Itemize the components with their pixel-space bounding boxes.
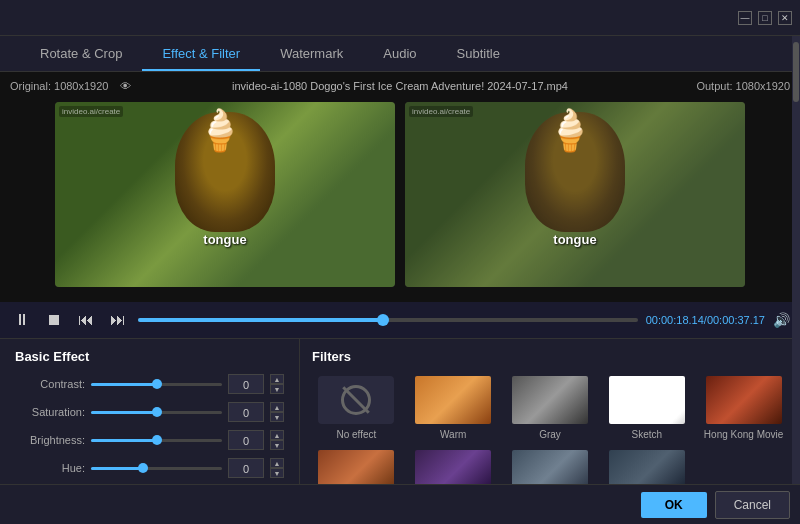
filter-label-warm: Warm	[440, 429, 466, 440]
hk-preview	[706, 376, 782, 424]
basic-effect-title: Basic Effect	[15, 349, 284, 364]
brightness-up[interactable]: ▲	[270, 430, 284, 440]
tab-watermark[interactable]: Watermark	[260, 38, 363, 71]
filters-title: Filters	[312, 349, 788, 364]
stop-button[interactable]: ⏹	[42, 308, 66, 332]
close-button[interactable]: ✕	[778, 11, 792, 25]
tab-subtitle[interactable]: Subtitle	[437, 38, 520, 71]
video-title: invideo-ai-1080 Doggo's First Ice Cream …	[0, 72, 800, 100]
brightness-value[interactable]: 0	[228, 430, 264, 450]
filter-gray[interactable]: Gray	[506, 374, 595, 440]
ok-button[interactable]: OK	[641, 492, 707, 518]
hue-down[interactable]: ▼	[270, 468, 284, 478]
filter-noeffect[interactable]: No effect	[312, 374, 401, 440]
progress-handle[interactable]	[377, 314, 389, 326]
filter-sketch[interactable]: Sketch	[602, 374, 691, 440]
watermark-right: invideo.ai/create	[409, 106, 473, 117]
brightness-slider[interactable]	[91, 439, 222, 442]
hue-spinner: ▲ ▼	[270, 458, 284, 478]
prev-button[interactable]: ⏮	[74, 308, 98, 332]
brightness-row: Brightness: 0 ▲ ▼	[15, 430, 284, 450]
no-effect-circle	[318, 376, 394, 424]
tabs-bar: Rotate & Crop Effect & Filter Watermark …	[0, 36, 800, 72]
contrast-spinner: ▲ ▼	[270, 374, 284, 394]
gray-preview	[512, 376, 588, 424]
tongue-label-left: tongue	[203, 232, 246, 247]
no-effect-symbol	[341, 385, 371, 415]
controls-bar: ⏸ ⏹ ⏮ ⏭ 00:00:18.14/00:00:37.17 🔊	[0, 302, 800, 338]
warm-preview	[415, 376, 491, 424]
watermark-left: invideo.ai/create	[59, 106, 123, 117]
saturation-up[interactable]: ▲	[270, 402, 284, 412]
maximize-button[interactable]: □	[758, 11, 772, 25]
minimize-button[interactable]: —	[738, 11, 752, 25]
hue-value[interactable]: 0	[228, 458, 264, 478]
next-button[interactable]: ⏭	[106, 308, 130, 332]
hue-slider[interactable]	[91, 467, 222, 470]
title-bar: — □ ✕	[0, 0, 800, 36]
title-bar-controls: — □ ✕	[738, 11, 792, 25]
contrast-down[interactable]: ▼	[270, 384, 284, 394]
filter-label-hk: Hong Kong Movie	[704, 429, 784, 440]
brightness-spinner: ▲ ▼	[270, 430, 284, 450]
progress-bar[interactable]	[138, 318, 638, 322]
tongue-label-right: tongue	[553, 232, 596, 247]
original-video-panel: invideo.ai/create tongue	[55, 102, 395, 287]
contrast-value[interactable]: 0	[228, 374, 264, 394]
sketch-preview	[609, 376, 685, 424]
tab-rotate-crop[interactable]: Rotate & Crop	[20, 38, 142, 71]
contrast-up[interactable]: ▲	[270, 374, 284, 384]
filter-label-sketch: Sketch	[632, 429, 663, 440]
original-dog-frame: invideo.ai/create tongue	[55, 102, 395, 287]
hue-row: Hue: 0 ▲ ▼	[15, 458, 284, 478]
preview-dog-frame: invideo.ai/create tongue	[405, 102, 745, 287]
filter-label-noeffect: No effect	[336, 429, 376, 440]
saturation-down[interactable]: ▼	[270, 412, 284, 422]
saturation-spinner: ▲ ▼	[270, 402, 284, 422]
filter-thumb-noeffect	[316, 374, 396, 426]
time-display: 00:00:18.14/00:00:37.17	[646, 314, 765, 326]
filter-label-gray: Gray	[539, 429, 561, 440]
scrollbar[interactable]	[792, 36, 800, 484]
footer: OK Cancel	[0, 484, 800, 524]
hue-up[interactable]: ▲	[270, 458, 284, 468]
saturation-row: Saturation: 0 ▲ ▼	[15, 402, 284, 422]
preview-video-panel: invideo.ai/create tongue	[405, 102, 745, 287]
brightness-down[interactable]: ▼	[270, 440, 284, 450]
video-area: Original: 1080x1920 👁 invideo-ai-1080 Do…	[0, 72, 800, 302]
filter-thumb-warm	[413, 374, 493, 426]
contrast-label: Contrast:	[15, 378, 85, 390]
filter-warm[interactable]: Warm	[409, 374, 498, 440]
pause-button[interactable]: ⏸	[10, 308, 34, 332]
tab-effect-filter[interactable]: Effect & Filter	[142, 38, 260, 71]
total-time: 00:00:37.17	[707, 314, 765, 326]
saturation-slider[interactable]	[91, 411, 222, 414]
hue-label: Hue:	[15, 462, 85, 474]
cancel-button[interactable]: Cancel	[715, 491, 790, 519]
contrast-row: Contrast: 0 ▲ ▼	[15, 374, 284, 394]
volume-icon[interactable]: 🔊	[773, 312, 790, 328]
filter-thumb-sketch	[607, 374, 687, 426]
contrast-slider[interactable]	[91, 383, 222, 386]
tab-audio[interactable]: Audio	[363, 38, 436, 71]
video-info-bar: Original: 1080x1920 👁 invideo-ai-1080 Do…	[0, 72, 800, 100]
current-time: 00:00:18.14	[646, 314, 704, 326]
brightness-label: Brightness:	[15, 434, 85, 446]
saturation-value[interactable]: 0	[228, 402, 264, 422]
video-panels: invideo.ai/create tongue invideo.ai/crea…	[0, 72, 800, 302]
filter-thumb-gray	[510, 374, 590, 426]
filter-thumb-hk	[704, 374, 784, 426]
saturation-label: Saturation:	[15, 406, 85, 418]
filter-hk[interactable]: Hong Kong Movie	[699, 374, 788, 440]
progress-fill	[138, 318, 383, 322]
